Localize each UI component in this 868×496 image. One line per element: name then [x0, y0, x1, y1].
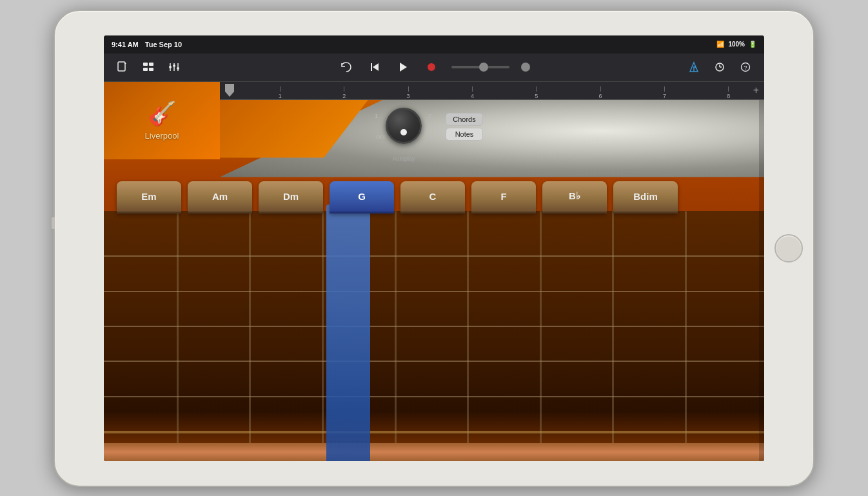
scroll-indicator[interactable]	[759, 100, 764, 461]
ruler-mark-5: 5	[535, 86, 538, 99]
tempo-button[interactable]	[711, 59, 728, 75]
fret-6	[540, 211, 542, 461]
play-button[interactable]	[395, 59, 411, 75]
ruler-mark-3: 3	[407, 86, 410, 99]
chord-btn-c[interactable]: C	[400, 181, 465, 213]
fret-dividers	[104, 211, 764, 461]
autoplay-control[interactable]: 1 2 3 4 OFF Autoplay	[375, 108, 433, 162]
main-content: 🎸 Liverpool 1	[104, 82, 764, 461]
svg-rect-0	[118, 62, 125, 71]
fret-4	[395, 211, 397, 461]
ruler-mark-8: 8	[727, 86, 730, 99]
metronome-button[interactable]	[686, 59, 702, 75]
master-volume-knob[interactable]	[521, 63, 530, 72]
chords-button[interactable]: Chords	[446, 113, 483, 126]
svg-rect-1	[143, 63, 148, 66]
chord-btn-bb[interactable]: B♭	[542, 181, 607, 213]
chord-buttons-row: Em Am Dm G C F B♭ Bdim	[104, 177, 764, 213]
chord-btn-am[interactable]: Am	[188, 181, 252, 213]
ipad-frame: 9:41 AM Tue Sep 10 📶 100% 🔋	[54, 10, 814, 487]
fret-2	[249, 211, 251, 461]
instrument-icon: 🎸	[148, 100, 177, 127]
autoplay-knob[interactable]	[386, 108, 422, 144]
mixer-button[interactable]	[166, 59, 182, 75]
skip-to-start-button[interactable]	[366, 59, 383, 75]
ruler-mark-1: 1	[279, 86, 282, 99]
playhead[interactable]	[225, 82, 234, 99]
autoplay-knob-container[interactable]: 1 2 3 4 OFF	[375, 108, 433, 153]
status-date: Tue Sep 10	[145, 41, 182, 48]
chord-btn-em[interactable]: Em	[117, 181, 181, 213]
svg-marker-14	[373, 63, 379, 71]
status-left: 9:41 AM Tue Sep 10	[112, 41, 182, 48]
svg-text:?: ?	[744, 64, 747, 71]
svg-marker-16	[400, 63, 407, 72]
mode-selector: Chords Notes	[446, 113, 483, 141]
instrument-name-label: Liverpool	[145, 131, 179, 141]
status-right: 📶 100% 🔋	[716, 41, 756, 48]
svg-rect-4	[149, 68, 153, 71]
ruler-mark-7: 7	[663, 86, 666, 99]
ruler-mark-4: 4	[471, 86, 474, 99]
record-button[interactable]	[423, 59, 440, 75]
add-track-button[interactable]: +	[753, 84, 759, 96]
ruler-mark-6: 6	[599, 86, 602, 99]
side-button[interactable]	[52, 217, 55, 229]
svg-point-6	[169, 66, 172, 68]
ruler-marks: 1 2 3 4 5	[225, 82, 759, 99]
svg-rect-2	[149, 63, 153, 66]
active-chord-highlight	[326, 204, 370, 461]
fret-7	[612, 211, 614, 461]
svg-rect-15	[371, 63, 372, 71]
toolbar: ?	[104, 54, 764, 82]
toolbar-center	[338, 59, 530, 75]
svg-point-8	[173, 64, 175, 67]
svg-rect-3	[143, 68, 148, 71]
chord-btn-dm[interactable]: Dm	[259, 181, 323, 213]
svg-point-17	[428, 63, 435, 71]
knob-indicator	[400, 129, 407, 135]
volume-slider[interactable]	[451, 66, 509, 68]
wifi-icon: 📶	[716, 41, 724, 48]
toolbar-left	[114, 59, 182, 75]
fret-8	[685, 211, 687, 461]
battery-label: 100%	[728, 41, 745, 48]
tracks-button[interactable]	[140, 59, 157, 75]
fret-3	[322, 211, 324, 461]
svg-marker-26	[225, 84, 234, 97]
chord-btn-bdim[interactable]: Bdim	[613, 181, 678, 213]
ruler-mark-2: 2	[342, 86, 346, 99]
fretboard[interactable]	[104, 211, 764, 461]
undo-button[interactable]	[338, 59, 355, 75]
toolbar-right: ?	[686, 59, 754, 75]
svg-point-10	[177, 67, 179, 70]
ipad-screen: 9:41 AM Tue Sep 10 📶 100% 🔋	[104, 35, 764, 461]
chord-btn-f[interactable]: F	[471, 181, 536, 213]
notes-button[interactable]: Notes	[446, 128, 483, 141]
track-header: 🎸 Liverpool	[104, 82, 220, 159]
fret-1	[177, 211, 179, 461]
home-button[interactable]	[774, 234, 803, 263]
battery-icon: 🔋	[749, 41, 756, 48]
status-bar: 9:41 AM Tue Sep 10 📶 100% 🔋	[104, 35, 764, 54]
fret-5	[467, 211, 469, 461]
help-button[interactable]: ?	[737, 59, 754, 75]
new-song-button[interactable]	[114, 59, 131, 75]
status-time: 9:41 AM	[112, 41, 139, 48]
timeline-ruler: 1 2 3 4 5	[220, 82, 764, 100]
bass-string-bar	[104, 443, 764, 461]
chord-btn-g[interactable]: G	[330, 181, 394, 213]
autoplay-label: Autoplay	[392, 155, 415, 162]
